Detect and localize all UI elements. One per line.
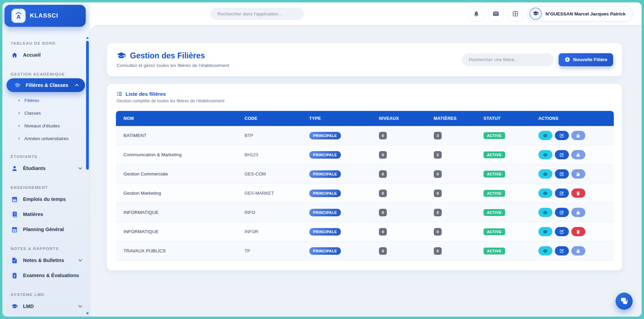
type-badge: PRINCIPALE [309,247,341,255]
chat-icon [620,297,628,305]
sidebar-item-notes-bulletins[interactable]: Notes & Bulletins [2,253,90,268]
sidebar-item-matieres[interactable]: Matières [2,207,90,222]
niveaux-count-badge: 0 [379,190,387,197]
filiere-code: INFOR [240,222,305,241]
sidebar-subitem-classes[interactable]: Classes [2,107,90,119]
view-button[interactable] [538,246,552,255]
messages-button[interactable] [488,6,504,22]
filieres-table-wrap: NOM CODE TYPE NIVEAUX MATIÈRES STATUT AC… [116,111,614,261]
list-title: Liste des filières [126,91,166,97]
edit-icon [559,133,564,138]
type-badge: PRINCIPALE [309,190,341,197]
scrollbar-down-arrow[interactable] [86,312,89,315]
sidebar-item-lmd[interactable]: LMD [2,299,90,314]
eye-icon [543,249,548,253]
chat-support-button[interactable] [616,293,633,310]
table-row: Gestion Commerciale GES-COM PRINCIPALE 0… [116,164,614,184]
sidebar-item-etudiants[interactable]: Étudiants [2,161,90,176]
scrollbar-thumb[interactable] [86,41,89,170]
app-logo[interactable]: KLASSCI [4,5,86,27]
status-badge: ACTIVE [484,171,505,178]
filiere-code: TP [240,241,305,261]
lock-icon [576,249,581,253]
type-badge: PRINCIPALE [309,228,341,236]
view-button[interactable] [538,169,552,179]
niveaux-count-badge: 0 [379,228,387,236]
notifications-button[interactable] [468,6,484,22]
app-logo-icon [12,9,25,22]
sidebar-item-emplois-du-temps[interactable]: Emplois du temps [2,192,90,207]
view-button[interactable] [538,189,552,198]
edit-button[interactable] [555,169,569,179]
status-badge: ACTIVE [484,190,505,197]
sidebar-item-examens-evaluations[interactable]: Examens & Évaluations [2,268,90,283]
calendar-icon [11,196,18,203]
edit-button[interactable] [555,189,569,198]
lock-icon [576,133,581,138]
edit-button[interactable] [555,150,569,159]
section-etudiants: ÉTUDIANTS [11,155,90,159]
apps-button[interactable] [508,6,523,22]
app-name: KLASSCI [30,12,58,19]
lock-button[interactable] [571,150,585,159]
bullet-icon [18,100,20,101]
filiere-name: INFORMATIQUE [116,203,240,222]
type-badge: PRINCIPALE [309,132,341,139]
row-actions [538,131,610,140]
edit-icon [559,191,564,196]
row-actions [538,150,610,159]
delete-button[interactable] [571,227,585,236]
view-button[interactable] [538,227,552,236]
lock-button[interactable] [571,131,585,140]
trash-icon [576,191,581,196]
new-filiere-button[interactable]: Nouvelle Filière [559,53,613,66]
home-icon [11,52,18,58]
app-window: KLASSCI TABLEAU DE BORD Accueil GESTION … [2,2,642,317]
bullet-icon [18,112,20,114]
status-badge: ACTIVE [484,228,505,235]
column-header-nom: NOM [116,111,240,126]
lock-button[interactable] [571,169,585,179]
sidebar-item-filieres-classes[interactable]: Filières & Classes [7,78,85,92]
column-header-code: CODE [240,111,305,126]
section-tableau-de-bord: TABLEAU DE BORD [11,41,90,45]
sidebar-subitem-filieres[interactable]: Filières [2,94,90,107]
view-button[interactable] [538,131,552,140]
page-title: Gestion des Filières [130,51,205,60]
edit-button[interactable] [555,227,569,236]
edit-icon [559,229,564,234]
chevron-down-icon [77,258,83,263]
user-menu[interactable]: N’GUESSAN Marcel Jacques Patrick [527,6,633,22]
view-button[interactable] [538,208,552,217]
view-button[interactable] [538,150,552,159]
lock-icon [576,172,581,176]
sidebar-subitem-niveaux-etudes[interactable]: Niveaux d'études [2,119,90,132]
section-enseignement: ENSEIGNEMENT [11,185,90,190]
topbar: N’GUESSAN Marcel Jacques Patrick [90,2,642,25]
edit-button[interactable] [555,246,569,255]
page-header-text: Gestion des Filières Consultez et gérez … [117,51,229,68]
filiere-search-input[interactable] [462,53,554,66]
status-badge: ACTIVE [484,132,505,139]
edit-button[interactable] [555,208,569,217]
main-area: N’GUESSAN Marcel Jacques Patrick Gestion… [90,2,642,317]
sidebar-item-planning-general[interactable]: Planning Général [2,222,90,237]
row-actions [538,208,610,217]
sidebar-subitem-annees-universitaires[interactable]: Années universitaires [2,132,90,145]
scrollbar-up-arrow[interactable] [86,37,89,39]
avatar [529,8,542,20]
lock-button[interactable] [571,246,585,255]
edit-button[interactable] [555,131,569,140]
lock-button[interactable] [571,208,585,217]
chevron-down-icon [77,166,83,171]
eye-icon [543,152,548,157]
sidebar-scrollbar[interactable] [86,37,89,315]
filiere-code: BH123 [240,145,305,164]
delete-button[interactable] [571,189,585,198]
row-actions [538,246,610,255]
sidebar-item-accueil[interactable]: Accueil [2,47,90,62]
sidebar-item-label: Accueil [23,52,41,58]
page-subtitle: Consultez et gérez toutes les filières d… [117,63,229,68]
table-row: Communication & Marketing BH123 PRINCIPA… [116,145,614,164]
global-search-input[interactable] [211,8,304,20]
